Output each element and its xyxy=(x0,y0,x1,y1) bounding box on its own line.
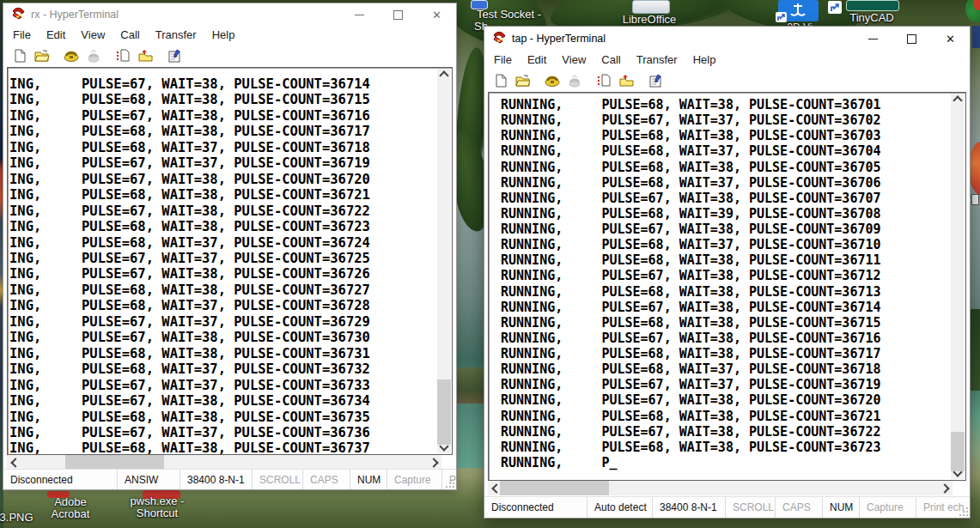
status-cell: SCROLL xyxy=(253,470,303,489)
titlebar[interactable]: tap - HyperTerminal ✕ xyxy=(484,27,970,51)
partial-icon xyxy=(971,194,979,205)
status-cell: NUM xyxy=(823,497,860,518)
status-cell: SCROLL xyxy=(726,497,776,518)
status-cell: CAPS xyxy=(303,470,350,489)
open-folder-button[interactable] xyxy=(31,46,53,65)
menu-bar: FileEditViewCallTransferHelp xyxy=(484,51,970,69)
status-cell: CAPS xyxy=(776,497,823,518)
status-cell: Capture xyxy=(860,497,916,518)
menu-item[interactable]: Help xyxy=(685,52,724,68)
send-file-button[interactable] xyxy=(593,71,615,90)
maximize-button[interactable] xyxy=(892,27,931,51)
close-button[interactable]: ✕ xyxy=(931,27,970,51)
maximize-button[interactable] xyxy=(379,3,417,26)
scroll-up-button[interactable] xyxy=(437,69,451,80)
titlebar[interactable]: rx - HyperTerminal ✕ xyxy=(3,3,456,26)
shortcut-arrow-icon xyxy=(828,1,842,14)
status-cell: ANSIW xyxy=(118,470,180,489)
partial-icon xyxy=(972,26,980,48)
window-title: tap - HyperTerminal xyxy=(512,33,606,45)
desktop-icon-label: Test Socket - xyxy=(464,9,554,21)
resize-grip[interactable] xyxy=(446,479,454,488)
status-cell: Disconnected xyxy=(3,470,118,489)
menu-item[interactable]: Call xyxy=(113,27,147,43)
vertical-scrollbar[interactable] xyxy=(437,69,451,453)
minimize-button[interactable] xyxy=(340,3,379,26)
status-cell: Auto detect xyxy=(587,497,653,518)
close-icon: ✕ xyxy=(432,9,441,21)
maximize-icon xyxy=(907,34,916,44)
tinycad-icon xyxy=(846,0,899,11)
receive-file-button[interactable] xyxy=(615,71,637,90)
horizontal-scroll-thumb[interactable] xyxy=(500,481,609,495)
desktop-icon-label: LibreOffice xyxy=(610,14,689,26)
call-button[interactable] xyxy=(541,71,563,90)
send-file-button[interactable] xyxy=(112,46,134,65)
window-title: rx - HyperTerminal xyxy=(31,9,119,21)
status-cell: Capture xyxy=(387,470,442,489)
disconnect-button[interactable] xyxy=(82,46,105,65)
minimize-button[interactable] xyxy=(854,27,892,51)
menu-bar: FileEditViewCallTransferHelp xyxy=(3,26,456,44)
scroll-left-button[interactable] xyxy=(7,455,21,470)
scroll-right-button[interactable] xyxy=(428,455,441,470)
menu-item[interactable]: File xyxy=(3,27,39,43)
minimize-icon xyxy=(868,39,878,39)
scroll-down-button[interactable] xyxy=(951,468,965,479)
properties-button[interactable] xyxy=(163,46,186,65)
vertical-scrollbar[interactable] xyxy=(951,94,965,479)
menu-item[interactable]: View xyxy=(554,52,593,68)
terminal-area[interactable]: RUNNING, PULSE=68, WAIT=38, PULSE-COUNT=… xyxy=(488,92,966,481)
water xyxy=(453,404,488,468)
menu-item[interactable]: Edit xyxy=(520,52,554,68)
terminal-area[interactable]: ING, PULSE=67, WAIT=38, PULSE-COUNT=3671… xyxy=(7,67,453,455)
toolbar xyxy=(3,44,456,67)
status-cell: Disconnected xyxy=(484,497,587,518)
terminal-output[interactable]: RUNNING, PULSE=68, WAIT=38, PULSE-COUNT=… xyxy=(489,93,965,470)
window-tap-hyperterminal: tap - HyperTerminal ✕ FileEditViewCallTr… xyxy=(484,26,971,519)
receive-file-button[interactable] xyxy=(134,46,156,65)
horizontal-scrollbar[interactable] xyxy=(7,455,441,470)
shoreline xyxy=(453,367,488,405)
disconnect-button[interactable] xyxy=(563,71,586,90)
close-icon: ✕ xyxy=(946,33,955,45)
vertical-scroll-thumb[interactable] xyxy=(437,379,451,445)
menu-item[interactable]: Call xyxy=(593,52,628,68)
status-cell: NUM xyxy=(350,470,387,489)
status-bar: DisconnectedANSIW38400 8-N-1SCROLLCAPSNU… xyxy=(3,469,456,489)
status-cell: 38400 8-N-1 xyxy=(653,497,726,518)
desktop-icon-label: Adobe xyxy=(36,496,105,508)
scroll-right-button[interactable] xyxy=(939,481,953,495)
desktop-icon-label: Acrobat xyxy=(36,508,105,520)
open-folder-button[interactable] xyxy=(512,71,534,90)
properties-button[interactable] xyxy=(644,71,667,90)
menu-item[interactable]: Edit xyxy=(39,27,73,43)
menu-item[interactable]: Help xyxy=(204,27,243,43)
vertical-scroll-thumb[interactable] xyxy=(951,432,965,471)
call-button[interactable] xyxy=(60,46,82,65)
new-document-button[interactable] xyxy=(9,46,31,65)
minimize-icon xyxy=(355,15,364,15)
menu-item[interactable]: Transfer xyxy=(148,27,204,43)
hyperterminal-icon xyxy=(11,7,26,23)
terminal-output[interactable]: ING, PULSE=67, WAIT=38, PULSE-COUNT=3671… xyxy=(8,68,452,455)
desktop-icon-label: TinyCAD xyxy=(842,12,902,24)
close-button[interactable]: ✕ xyxy=(417,3,456,26)
scroll-up-button[interactable] xyxy=(951,94,965,105)
resize-grip[interactable] xyxy=(959,507,968,516)
menu-item[interactable]: File xyxy=(484,52,520,68)
maximize-icon xyxy=(393,10,403,20)
window-rx-hyperterminal: rx - HyperTerminal ✕ FileEditViewCallTra… xyxy=(3,3,457,490)
horizontal-scrollbar[interactable] xyxy=(488,481,953,495)
new-document-button[interactable] xyxy=(490,71,512,90)
menu-item[interactable]: View xyxy=(73,27,113,43)
status-bar: DisconnectedAuto detect38400 8-N-1SCROLL… xyxy=(484,496,970,518)
desktop-icon-label: Shortcut xyxy=(119,507,196,519)
horizontal-scroll-thumb[interactable] xyxy=(65,455,164,470)
toolbar xyxy=(484,69,970,92)
menu-item[interactable]: Transfer xyxy=(629,52,685,68)
desktop-icon-label: pwsh.exe - xyxy=(119,495,196,507)
scroll-down-button[interactable] xyxy=(437,442,451,453)
status-cell: 38400 8-N-1 xyxy=(180,470,253,489)
libreoffice-icon xyxy=(632,0,670,14)
